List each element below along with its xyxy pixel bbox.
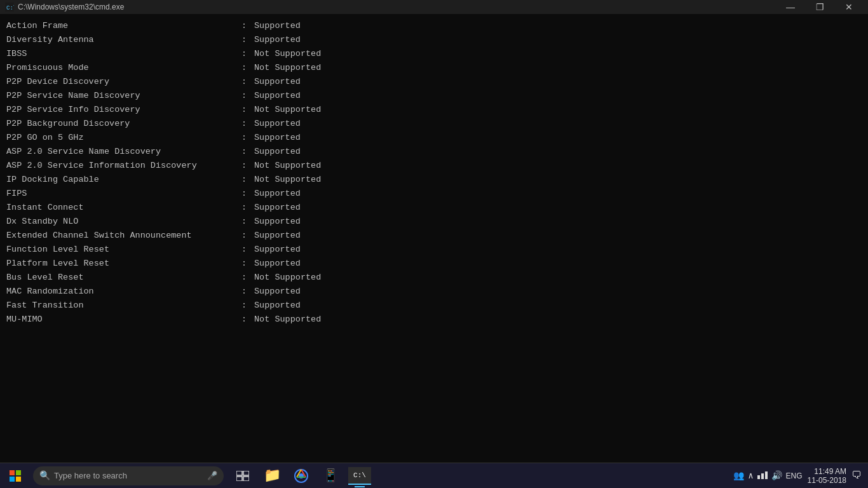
console-separator: : — [241, 187, 254, 201]
console-label: IP Docking Capable — [6, 173, 241, 187]
console-value: Not Supported — [254, 61, 321, 75]
console-separator: : — [241, 19, 254, 33]
console-value: Supported — [254, 257, 301, 271]
minimize-button[interactable]: — — [776, 0, 804, 14]
console-value: Supported — [254, 75, 301, 89]
title-bar-left: C:\ C:\Windows\system32\cmd.exe — [5, 3, 124, 11]
console-label: MU-MIMO — [6, 313, 241, 327]
taskbar-app-task-view[interactable] — [229, 463, 257, 489]
language-indicator[interactable]: ENG — [786, 471, 803, 480]
console-row: Bus Level Reset : Not Supported — [6, 271, 862, 285]
search-placeholder: Type here to search — [54, 471, 127, 480]
console-separator: : — [241, 173, 254, 187]
close-button[interactable]: ✕ — [835, 0, 863, 14]
console-value: Not Supported — [254, 103, 321, 117]
console-value: Supported — [254, 299, 301, 313]
console-row: P2P Device Discovery : Supported — [6, 75, 862, 89]
console-value: Not Supported — [254, 159, 321, 173]
taskbar: 🔍 Type here to search 🎤 📁 — [0, 463, 868, 488]
svg-rect-13 — [761, 473, 764, 479]
title-bar-controls: — ❐ ✕ — [776, 0, 863, 14]
console-row: Instant Connect : Supported — [6, 201, 862, 215]
console-separator: : — [241, 313, 254, 327]
console-separator: : — [241, 271, 254, 285]
console-separator: : — [241, 257, 254, 271]
console-separator: : — [241, 201, 254, 215]
console-value: Supported — [254, 243, 301, 257]
volume-icon[interactable]: 🔊 — [771, 470, 782, 481]
svg-text:C:\: C:\ — [6, 5, 14, 11]
console-value: Supported — [254, 229, 301, 243]
console-label: P2P Service Info Discovery — [6, 103, 241, 117]
console-value: Not Supported — [254, 313, 321, 327]
console-label: FIPS — [6, 187, 241, 201]
maximize-button[interactable]: ❐ — [806, 0, 834, 14]
microphone-icon: 🎤 — [207, 471, 217, 481]
title-bar: C:\ C:\Windows\system32\cmd.exe — ❐ ✕ — [0, 0, 868, 14]
svg-rect-9 — [243, 477, 249, 481]
console-label: Function Level Reset — [6, 243, 241, 257]
svg-rect-12 — [757, 475, 760, 479]
console-value: Supported — [254, 215, 301, 229]
chevron-up-icon[interactable]: ∧ — [748, 470, 753, 481]
notification-icon[interactable]: 🗨 — [851, 470, 862, 482]
taskbar-app-phone[interactable]: 📱 — [316, 463, 344, 489]
taskbar-app-file-explorer[interactable]: 📁 — [258, 463, 286, 489]
console-row: MAC Randomization : Supported — [6, 285, 862, 299]
console-label: ASP 2.0 Service Name Discovery — [6, 145, 241, 159]
start-button[interactable] — [0, 463, 31, 489]
console-value: Supported — [254, 285, 301, 299]
console-row: Action Frame : Supported — [6, 19, 862, 33]
cmd-icon: C:\ — [5, 3, 14, 11]
console-separator: : — [241, 103, 254, 117]
console-row: MU-MIMO : Not Supported — [6, 313, 862, 327]
console-value: Supported — [254, 131, 301, 145]
console-label: P2P Service Name Discovery — [6, 89, 241, 103]
console-label: Extended Channel Switch Announcement — [6, 229, 241, 243]
console-row: Dx Standby NLO : Supported — [6, 215, 862, 229]
console-row: IP Docking Capable : Not Supported — [6, 173, 862, 187]
console-area: Action Frame : SupportedDiversity Antenn… — [0, 14, 868, 463]
people-icon[interactable]: 👥 — [733, 470, 744, 481]
svg-rect-8 — [236, 477, 242, 481]
console-value: Supported — [254, 89, 301, 103]
console-label: MAC Randomization — [6, 285, 241, 299]
console-row: P2P Background Discovery : Supported — [6, 117, 862, 131]
network-icon[interactable] — [757, 470, 768, 482]
console-separator: : — [241, 243, 254, 257]
console-value: Not Supported — [254, 271, 321, 285]
console-label: Dx Standby NLO — [6, 215, 241, 229]
console-separator: : — [241, 33, 254, 47]
taskbar-apps: 📁 📱 C:\ — [229, 463, 374, 489]
console-value: Supported — [254, 145, 301, 159]
console-separator: : — [241, 229, 254, 243]
console-row: P2P Service Name Discovery : Supported — [6, 89, 862, 103]
console-separator: : — [241, 89, 254, 103]
console-separator: : — [241, 285, 254, 299]
console-row: Promiscuous Mode : Not Supported — [6, 61, 862, 75]
console-label: P2P GO on 5 GHz — [6, 131, 241, 145]
console-value: Supported — [254, 117, 301, 131]
clock-area[interactable]: 11:49 AM 11-05-2018 — [808, 467, 846, 485]
console-row: P2P GO on 5 GHz : Supported — [6, 131, 862, 145]
taskbar-right: 👥 ∧ 🔊 ENG 11:49 AM 11-05-2018 🗨 — [733, 463, 868, 488]
system-icons: 👥 ∧ 🔊 ENG — [733, 470, 802, 482]
terminal-icon: C:\ — [348, 467, 371, 485]
console-value: Supported — [254, 201, 301, 215]
console-separator: : — [241, 117, 254, 131]
console-label: Instant Connect — [6, 201, 241, 215]
console-row: Diversity Antenna : Supported — [6, 33, 862, 47]
search-bar[interactable]: 🔍 Type here to search 🎤 — [33, 466, 224, 485]
console-separator: : — [241, 215, 254, 229]
console-value: Not Supported — [254, 173, 321, 187]
console-value: Not Supported — [254, 47, 321, 61]
window-title: C:\Windows\system32\cmd.exe — [18, 3, 124, 11]
console-separator: : — [241, 299, 254, 313]
taskbar-app-chrome[interactable] — [287, 463, 315, 489]
svg-rect-6 — [236, 471, 242, 475]
svg-rect-4 — [10, 477, 15, 482]
console-row: ASP 2.0 Service Name Discovery : Support… — [6, 145, 862, 159]
svg-rect-5 — [16, 477, 21, 482]
console-separator: : — [241, 145, 254, 159]
taskbar-app-terminal[interactable]: C:\ — [346, 463, 374, 489]
